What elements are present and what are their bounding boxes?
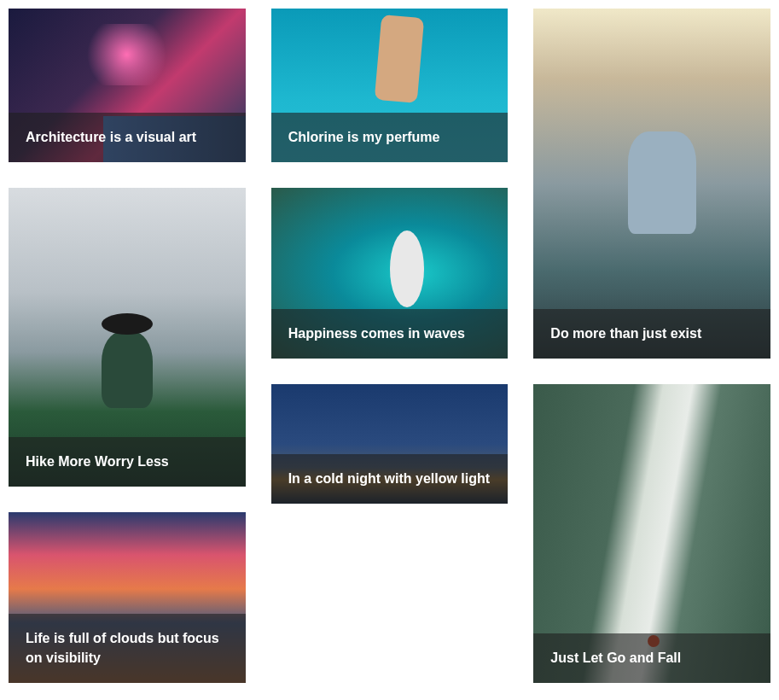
caption-overlay: Just Let Go and Fall <box>533 633 770 683</box>
gallery-column-1: Architecture is a visual art Hike More W… <box>9 9 246 683</box>
caption-overlay: Chlorine is my perfume <box>271 113 509 162</box>
caption-overlay: Hike More Worry Less <box>9 437 246 487</box>
card-image <box>533 9 770 359</box>
card-caption: Hike More Worry Less <box>26 452 229 471</box>
caption-overlay: Happiness comes in waves <box>271 309 509 359</box>
gallery-column-3: Do more than just exist Just Let Go and … <box>533 9 770 683</box>
gallery-card[interactable]: Life is full of clouds but focus on visi… <box>9 512 246 683</box>
gallery-card[interactable]: In a cold night with yellow light <box>271 384 509 504</box>
card-caption: Happiness comes in waves <box>288 324 491 343</box>
gallery-card[interactable]: Just Let Go and Fall <box>533 384 770 683</box>
gallery-card[interactable]: Architecture is a visual art <box>9 9 246 162</box>
card-caption: In a cold night with yellow light <box>288 470 491 488</box>
card-caption: Chlorine is my perfume <box>288 128 491 147</box>
gallery-card[interactable]: Do more than just exist <box>533 9 770 359</box>
gallery-card[interactable]: Hike More Worry Less <box>9 188 246 487</box>
caption-overlay: In a cold night with yellow light <box>271 454 509 504</box>
gallery-grid: Architecture is a visual art Hike More W… <box>9 9 770 683</box>
caption-overlay: Architecture is a visual art <box>9 113 246 162</box>
card-caption: Architecture is a visual art <box>26 128 229 147</box>
card-caption: Just Let Go and Fall <box>550 649 753 668</box>
card-caption: Life is full of clouds but focus on visi… <box>26 629 229 668</box>
card-caption: Do more than just exist <box>550 324 753 343</box>
caption-overlay: Do more than just exist <box>533 309 770 359</box>
caption-overlay: Life is full of clouds but focus on visi… <box>9 614 246 683</box>
gallery-column-2: Chlorine is my perfume Happiness comes i… <box>271 9 509 683</box>
gallery-card[interactable]: Chlorine is my perfume <box>271 9 509 162</box>
gallery-card[interactable]: Happiness comes in waves <box>271 188 509 359</box>
